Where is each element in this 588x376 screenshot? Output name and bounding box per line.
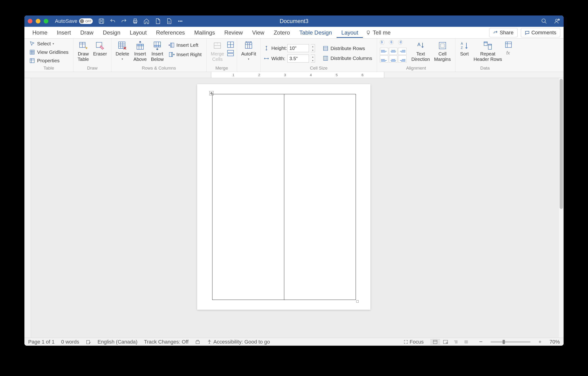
- scrollbar-vertical[interactable]: [559, 78, 564, 338]
- maximize-window-button[interactable]: [44, 19, 48, 23]
- tab-home[interactable]: Home: [28, 27, 52, 38]
- width-spinner[interactable]: ▴▾: [311, 55, 315, 63]
- scroll-thumb[interactable]: [560, 79, 563, 209]
- web-layout-view[interactable]: [441, 339, 451, 345]
- home-icon[interactable]: [143, 18, 149, 24]
- document-table[interactable]: [212, 94, 356, 300]
- merge-cells-button[interactable]: Merge Cells: [209, 40, 226, 63]
- word-count[interactable]: 0 words: [61, 339, 79, 345]
- tell-me-button[interactable]: Tell me: [366, 29, 391, 36]
- height-spinner[interactable]: ▴▾: [311, 44, 315, 52]
- split-table-icon[interactable]: [227, 50, 234, 56]
- sort-button[interactable]: AZ Sort: [458, 40, 471, 58]
- page[interactable]: ✥: [197, 84, 370, 310]
- svg-rect-63: [439, 42, 446, 49]
- align-bot-center[interactable]: [389, 55, 397, 63]
- zoom-out-button[interactable]: −: [478, 338, 484, 345]
- align-mid-center[interactable]: [389, 48, 397, 55]
- table-resize-handle[interactable]: [356, 300, 359, 303]
- formula-button[interactable]: fx: [505, 50, 512, 56]
- zoom-level[interactable]: 70%: [549, 339, 560, 345]
- close-window-button[interactable]: [28, 19, 32, 23]
- insert-left-button[interactable]: Insert Left: [167, 41, 203, 49]
- tab-layout[interactable]: Layout: [125, 27, 151, 38]
- distribute-rows-button[interactable]: Distribute Rows: [321, 45, 374, 52]
- ruler-mark: 4: [310, 72, 312, 78]
- spellcheck-icon[interactable]: [86, 339, 91, 344]
- comments-label: Comments: [531, 30, 556, 36]
- view-gridlines-button[interactable]: View Gridlines: [27, 48, 70, 56]
- width-input[interactable]: [287, 55, 309, 63]
- tab-mailings[interactable]: Mailings: [190, 27, 220, 38]
- print-icon[interactable]: [132, 18, 138, 24]
- ruler-horizontal[interactable]: 1 2 3 4 5 6: [24, 72, 564, 78]
- focus-button[interactable]: Focus: [403, 339, 424, 345]
- zoom-in-button[interactable]: +: [537, 339, 543, 345]
- tab-references[interactable]: References: [151, 27, 190, 38]
- draw-table-button[interactable]: Draw Table: [76, 40, 90, 63]
- outline-view[interactable]: [451, 339, 461, 345]
- tab-draw[interactable]: Draw: [76, 27, 98, 38]
- align-mid-left[interactable]: [380, 48, 388, 55]
- redo-icon[interactable]: [121, 18, 127, 24]
- share-button[interactable]: Share: [489, 28, 518, 37]
- split-cells-icon[interactable]: [227, 41, 234, 48]
- repeat-header-button[interactable]: Repeat Header Rows: [472, 40, 504, 63]
- distribute-rows-icon: [323, 45, 329, 51]
- macro-icon[interactable]: [195, 339, 200, 344]
- insert-right-button[interactable]: Insert Right: [167, 51, 203, 58]
- tab-zotero[interactable]: Zotero: [269, 27, 294, 38]
- align-top-right[interactable]: [398, 40, 403, 45]
- template-icon[interactable]: [166, 18, 172, 24]
- align-bot-right[interactable]: [398, 55, 407, 63]
- ribbon-tabs: Home Insert Draw Design Layout Reference…: [24, 27, 564, 39]
- select-button[interactable]: Select ▾: [27, 40, 70, 47]
- tabs-right: Share Comments: [489, 28, 560, 37]
- cell-margins-icon: [438, 41, 447, 50]
- accessibility-indicator[interactable]: Accessibility: Good to go: [207, 339, 270, 345]
- more-icon[interactable]: [177, 18, 183, 24]
- search-icon[interactable]: [541, 18, 547, 24]
- properties-button[interactable]: Properties: [27, 57, 70, 64]
- print-layout-view[interactable]: [430, 339, 440, 345]
- distribute-cols-button[interactable]: Distribute Columns: [321, 55, 374, 62]
- autosave-toggle[interactable]: OFF: [79, 18, 93, 24]
- tab-review[interactable]: Review: [220, 27, 248, 38]
- ruler-vertical[interactable]: [24, 78, 31, 338]
- table-cell[interactable]: [284, 94, 356, 300]
- account-icon[interactable]: [554, 18, 560, 24]
- convert-to-text-icon[interactable]: [505, 41, 512, 48]
- language-indicator[interactable]: English (Canada): [98, 339, 137, 345]
- page-indicator[interactable]: Page 1 of 1: [28, 339, 55, 345]
- tab-design[interactable]: Design: [98, 27, 125, 38]
- align-top-center[interactable]: [389, 40, 394, 45]
- cell-margins-button[interactable]: Cell Margins: [433, 40, 452, 63]
- save-icon[interactable]: [98, 18, 105, 24]
- tab-insert[interactable]: Insert: [52, 27, 76, 38]
- zoom-slider[interactable]: [491, 341, 530, 343]
- tab-view[interactable]: View: [247, 27, 269, 38]
- table-cell[interactable]: [212, 94, 284, 300]
- align-top-left[interactable]: [380, 40, 385, 45]
- zoom-thumb[interactable]: [503, 340, 505, 344]
- text-direction-button[interactable]: A Text Direction: [410, 40, 431, 63]
- document-canvas[interactable]: ✥: [31, 78, 564, 338]
- align-bot-left[interactable]: [380, 55, 388, 63]
- eraser-button[interactable]: Eraser: [92, 40, 108, 58]
- tab-table-layout[interactable]: Layout: [336, 27, 363, 38]
- autofit-button[interactable]: AutoFit ▾: [240, 40, 258, 62]
- tab-table-design[interactable]: Table Design: [294, 27, 336, 38]
- new-doc-icon[interactable]: [155, 18, 161, 24]
- group-alignment: A Text Direction Cell Margins Alignment: [377, 39, 455, 72]
- undo-icon[interactable]: [110, 18, 116, 24]
- height-input[interactable]: [287, 44, 309, 52]
- comments-button[interactable]: Comments: [521, 28, 560, 37]
- delete-button[interactable]: Delete ▾: [114, 40, 131, 62]
- insert-above-button[interactable]: Insert Above: [132, 40, 148, 63]
- chevron-down-icon: ▾: [248, 58, 249, 61]
- insert-below-button[interactable]: Insert Below: [149, 40, 165, 63]
- draft-view[interactable]: [461, 339, 471, 345]
- align-mid-right[interactable]: [398, 48, 407, 55]
- minimize-window-button[interactable]: [36, 19, 40, 23]
- track-changes-indicator[interactable]: Track Changes: Off: [144, 339, 189, 345]
